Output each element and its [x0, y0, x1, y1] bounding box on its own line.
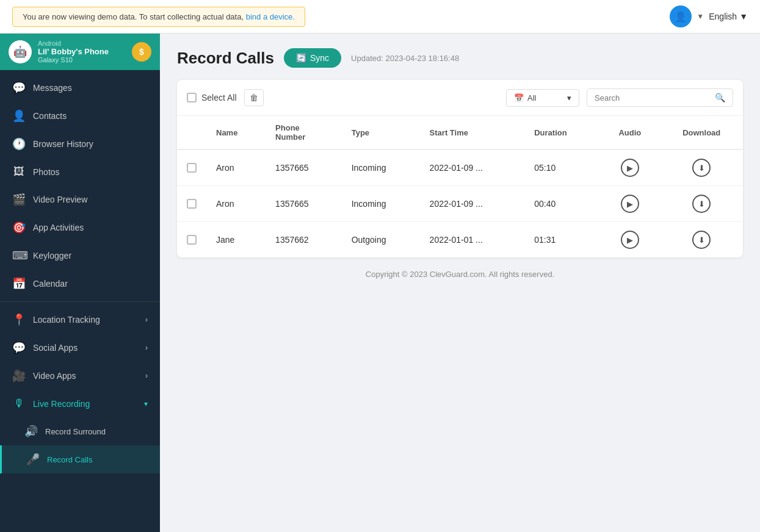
table-row: Jane 1357662 Outgoing 2022-01-01 ... 01:… [177, 222, 743, 258]
topbar-right: 👤 ▼ English ▼ [670, 5, 748, 27]
sidebar-item-video-apps-label: Video Apps [33, 371, 76, 381]
cell-duration: 05:10 [524, 149, 599, 186]
cell-phone: 1357665 [266, 186, 342, 222]
search-icon: 🔍 [715, 93, 725, 102]
filter-label: All [527, 93, 536, 102]
topbar-left: You are now viewing demo data. To start … [12, 7, 305, 27]
social-apps-icon: 💬 [12, 341, 26, 354]
sidebar-item-video-apps[interactable]: 🎥 Video Apps › [0, 362, 160, 390]
sidebar-item-contacts[interactable]: 👤 Contacts [0, 102, 160, 130]
sidebar-item-location-tracking-label: Location Tracking [33, 315, 100, 325]
download-button[interactable]: ⬇ [692, 231, 711, 249]
cell-download: ⬇ [660, 222, 743, 258]
download-button[interactable]: ⬇ [692, 195, 711, 213]
cell-name: Aron [206, 149, 266, 186]
device-model: Galaxy S10 [38, 56, 126, 63]
sidebar: 🤖 Android Lil' Bobby's Phone Galaxy S10 … [0, 34, 160, 532]
sidebar-item-record-calls-label: Record Calls [47, 455, 92, 464]
device-text: Android Lil' Bobby's Phone Galaxy S10 [38, 40, 126, 63]
calendar-icon: 📅 [12, 277, 26, 290]
col-duration: Duration [524, 116, 599, 149]
sync-button[interactable]: 🔄 Sync [284, 48, 341, 68]
table-card: Select All 🗑 📅 All ▾ 🔍 [177, 80, 743, 257]
table-row: Aron 1357665 Incoming 2022-01-09 ... 05:… [177, 149, 743, 186]
delete-button[interactable]: 🗑 [244, 89, 264, 106]
calendar-filter-icon: 📅 [514, 93, 524, 102]
sidebar-item-social-apps[interactable]: 💬 Social Apps › [0, 334, 160, 362]
sidebar-item-app-activities-label: App Activities [33, 223, 84, 232]
date-filter[interactable]: 📅 All ▾ [506, 89, 579, 107]
main-layout: 🤖 Android Lil' Bobby's Phone Galaxy S10 … [0, 34, 760, 532]
footer-copyright: Copyright © 2023 ClevGuard.com. All righ… [177, 270, 743, 279]
sidebar-item-calendar-label: Calendar [33, 279, 68, 289]
device-coin[interactable]: $ [132, 42, 151, 62]
messages-icon: 💬 [12, 81, 26, 95]
table-toolbar: Select All 🗑 📅 All ▾ 🔍 [177, 80, 743, 116]
trash-icon: 🗑 [250, 93, 258, 102]
avatar[interactable]: 👤 [670, 5, 692, 27]
chevron-down-icon[interactable]: ▼ [697, 12, 704, 21]
sidebar-item-live-recording[interactable]: 🎙 Live Recording ▾ [0, 390, 160, 417]
sidebar-item-browser-history[interactable]: 🕐 Browser History [0, 130, 160, 158]
play-button[interactable]: ▶ [621, 195, 639, 213]
cell-start: 2022-01-09 ... [420, 149, 525, 186]
sidebar-item-app-activities[interactable]: 🎯 App Activities [0, 214, 160, 242]
cell-type: Incoming [342, 149, 420, 186]
sidebar-nav: 💬 Messages 👤 Contacts 🕐 Browser History … [0, 70, 160, 532]
sidebar-item-photos[interactable]: 🖼 Photos [0, 158, 160, 185]
device-name: Lil' Bobby's Phone [38, 47, 126, 56]
photos-icon: 🖼 [12, 165, 26, 178]
android-icon: 🤖 [13, 45, 27, 59]
sidebar-item-record-calls[interactable]: 🎤 Record Calls [0, 445, 160, 473]
row-checkbox[interactable] [187, 163, 197, 173]
sidebar-item-record-surround[interactable]: 🔊 Record Surround [0, 417, 160, 445]
sidebar-item-messages-label: Messages [33, 83, 72, 93]
cell-start: 2022-01-09 ... [420, 186, 525, 222]
table-row: Aron 1357665 Incoming 2022-01-09 ... 00:… [177, 186, 743, 222]
sidebar-item-photos-label: Photos [33, 167, 60, 177]
play-button[interactable]: ▶ [621, 231, 639, 249]
location-tracking-chevron-icon: › [145, 315, 148, 324]
cell-type: Incoming [342, 186, 420, 222]
row-checkbox[interactable] [187, 235, 197, 245]
demo-banner: You are now viewing demo data. To start … [12, 7, 305, 27]
sidebar-item-location-tracking[interactable]: 📍 Location Tracking › [0, 306, 160, 334]
cell-audio: ▶ [599, 222, 660, 258]
page-header: Record Calls 🔄 Sync Updated: 2023-04-23 … [177, 48, 743, 68]
calls-table: Name PhoneNumber Type Start Time Duratio… [177, 116, 743, 257]
cell-download: ⬇ [660, 149, 743, 186]
col-audio: Audio [599, 116, 660, 149]
keylogger-icon: ⌨ [12, 249, 26, 262]
topbar: You are now viewing demo data. To start … [0, 0, 760, 34]
play-button[interactable]: ▶ [621, 159, 639, 177]
cell-audio: ▶ [599, 186, 660, 222]
table-header: Name PhoneNumber Type Start Time Duratio… [177, 116, 743, 149]
select-all-checkbox[interactable] [187, 93, 197, 102]
download-button[interactable]: ⬇ [692, 159, 711, 177]
col-type: Type [342, 116, 420, 149]
video-preview-icon: 🎬 [12, 193, 26, 206]
sidebar-item-video-preview-label: Video Preview [33, 195, 87, 204]
cell-phone: 1357665 [266, 149, 342, 186]
divider-1 [0, 301, 160, 302]
record-calls-icon: 🎤 [26, 453, 40, 466]
language-selector[interactable]: English ▼ [709, 12, 748, 21]
filter-chevron-icon: ▾ [567, 93, 571, 102]
sidebar-item-browser-history-label: Browser History [33, 139, 93, 149]
cell-name: Jane [206, 222, 266, 258]
lang-chevron-icon: ▼ [739, 12, 748, 21]
device-os: Android [38, 40, 126, 47]
sidebar-item-keylogger[interactable]: ⌨ Keylogger [0, 242, 160, 270]
contacts-icon: 👤 [12, 109, 26, 123]
sidebar-item-video-preview[interactable]: 🎬 Video Preview [0, 185, 160, 214]
bind-device-link[interactable]: bind a device. [246, 12, 295, 21]
col-checkbox [177, 116, 206, 149]
cell-download: ⬇ [660, 186, 743, 222]
sidebar-item-messages[interactable]: 💬 Messages [0, 74, 160, 102]
row-checkbox[interactable] [187, 199, 197, 209]
cell-type: Outgoing [342, 222, 420, 258]
search-input[interactable] [595, 93, 715, 102]
sidebar-item-calendar[interactable]: 📅 Calendar [0, 270, 160, 298]
sync-icon: 🔄 [296, 53, 306, 63]
updated-text: Updated: 2023-04-23 18:16:48 [351, 54, 459, 63]
